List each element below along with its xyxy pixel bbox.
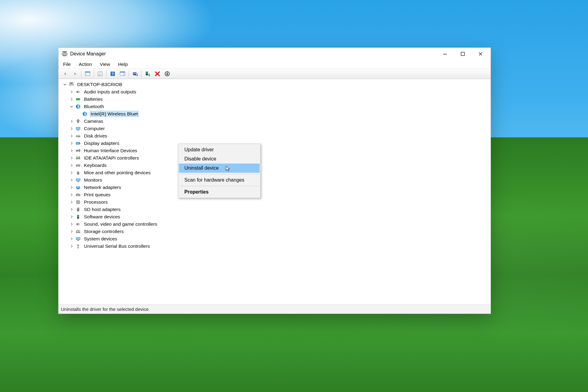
svg-rect-6 (461, 52, 465, 56)
ctx-disable-device[interactable]: Disable device (179, 154, 260, 164)
svg-rect-64 (77, 187, 80, 188)
chevron-right-icon[interactable] (69, 221, 74, 227)
toolbar-separator (106, 70, 107, 77)
chevron-right-icon[interactable] (69, 199, 74, 205)
tree-category-computer[interactable]: Computer (61, 125, 491, 132)
menu-view[interactable]: View (96, 60, 114, 68)
chevron-right-icon[interactable] (69, 185, 74, 190)
svg-rect-37 (77, 122, 79, 123)
toolbar-uninstall-device-button[interactable] (153, 70, 162, 78)
bluetooth-icon (75, 104, 81, 109)
tree-device-intel-bluetooth[interactable]: Intel(R) Wireless Bluet (61, 110, 491, 118)
svg-rect-84 (78, 208, 78, 209)
toolbar-scan-hardware-button[interactable] (130, 70, 140, 78)
toolbar-separator (129, 70, 129, 77)
tree-root[interactable]: DESKTOP-B3CRIOB (61, 81, 491, 88)
chevron-right-icon[interactable] (69, 148, 74, 153)
svg-rect-83 (77, 208, 78, 209)
svg-rect-57 (77, 166, 79, 166)
tree-category-keyboards[interactable]: Keyboards (61, 162, 491, 169)
svg-rect-47 (76, 150, 78, 152)
chevron-right-icon[interactable] (69, 207, 74, 212)
chevron-right-icon[interactable] (69, 119, 74, 124)
svg-rect-27 (70, 82, 73, 83)
toolbar-update-driver-button[interactable] (163, 70, 172, 78)
tree-category-batteries[interactable]: Batteries (61, 96, 491, 103)
tree-category-processors[interactable]: Processors (61, 198, 491, 206)
chevron-right-icon[interactable] (69, 163, 74, 168)
tree-category-print-queues[interactable]: Print queues (61, 191, 491, 198)
tree-label: System devices (83, 236, 118, 242)
svg-rect-3 (65, 53, 67, 55)
device-tree[interactable]: DESKTOP-B3CRIOB Audio inputs and outputs… (58, 79, 491, 304)
ctx-properties[interactable]: Properties (179, 187, 260, 197)
tree-category-ide[interactable]: IDE ATA/ATAPI controllers (61, 154, 491, 162)
chevron-down-icon[interactable] (69, 104, 74, 109)
svg-rect-31 (76, 98, 80, 100)
chevron-right-icon[interactable] (69, 236, 74, 242)
svg-rect-46 (80, 143, 80, 144)
tree-category-bluetooth[interactable]: Bluetooth (61, 103, 491, 110)
keyboard-icon (75, 163, 81, 168)
svg-rect-87 (77, 215, 79, 217)
computer-icon (68, 82, 74, 87)
minimize-button[interactable] (436, 48, 454, 60)
svg-rect-4 (63, 55, 67, 56)
toolbar-separator (81, 70, 81, 77)
tree-category-usb[interactable]: Universal Serial Bus controllers (61, 243, 491, 250)
device-context-menu: Update driver Disable device Uninstall d… (178, 144, 261, 198)
tree-category-disk-drives[interactable]: Disk drives (61, 132, 491, 140)
tree-category-sound[interactable]: Sound, video and game controllers (61, 221, 491, 228)
toolbar-action-panel-button[interactable] (118, 70, 127, 78)
toolbar-properties-button[interactable] (96, 70, 105, 78)
tree-label: Disk drives (83, 133, 108, 139)
camera-icon (75, 119, 81, 124)
toolbar-forward-button[interactable] (70, 70, 80, 78)
tree-label: Audio inputs and outputs (83, 89, 137, 95)
toolbar-show-hide-tree-button[interactable] (83, 70, 92, 78)
tree-category-cameras[interactable]: Cameras (61, 118, 491, 125)
tree-category-monitors[interactable]: Monitors (61, 176, 491, 184)
tree-category-display-adapters[interactable]: Display adapters (61, 140, 491, 147)
toolbar-enable-device-button[interactable] (143, 70, 152, 78)
speaker-icon (75, 221, 81, 227)
chevron-down-icon[interactable] (62, 82, 68, 87)
maximize-button[interactable] (454, 48, 472, 60)
svg-rect-92 (77, 240, 79, 241)
chevron-right-icon[interactable] (69, 170, 74, 175)
svg-rect-54 (77, 165, 78, 166)
tree-category-sd-host[interactable]: SD host adapters (61, 206, 491, 213)
svg-rect-18 (123, 73, 125, 75)
menu-action[interactable]: Action (75, 60, 96, 68)
titlebar[interactable]: Device Manager (58, 48, 491, 60)
close-button[interactable] (472, 48, 489, 60)
chevron-right-icon[interactable] (69, 141, 74, 146)
tree-category-system-devices[interactable]: System devices (61, 235, 491, 243)
chevron-right-icon[interactable] (69, 229, 74, 234)
chevron-right-icon[interactable] (69, 177, 74, 183)
svg-marker-95 (77, 244, 79, 245)
tree-category-mice[interactable]: Mice and other pointing devices (61, 169, 491, 176)
chevron-right-icon[interactable] (69, 126, 74, 131)
tree-category-audio[interactable]: Audio inputs and outputs (61, 88, 491, 96)
tree-category-software-devices[interactable]: Software devices (61, 213, 491, 221)
toolbar-help-button[interactable]: ? (108, 70, 117, 78)
menu-help[interactable]: Help (114, 60, 132, 68)
svg-rect-91 (76, 238, 80, 239)
chevron-right-icon[interactable] (69, 96, 74, 102)
chevron-right-icon[interactable] (69, 133, 74, 139)
menu-file[interactable]: File (59, 60, 75, 68)
toolbar-back-button[interactable] (61, 70, 70, 78)
ctx-scan-hardware[interactable]: Scan for hardware changes (179, 175, 260, 185)
chevron-right-icon[interactable] (69, 89, 74, 95)
chevron-right-icon[interactable] (69, 243, 74, 249)
tree-category-hid[interactable]: Human Interface Devices (61, 147, 491, 154)
ctx-uninstall-device[interactable]: Uninstall device (179, 164, 260, 173)
tree-category-storage-controllers[interactable]: Storage controllers (61, 228, 491, 235)
tree-category-network[interactable]: Network adapters (61, 184, 491, 191)
ctx-update-driver[interactable]: Update driver (179, 145, 260, 154)
chevron-right-icon[interactable] (69, 214, 74, 220)
chevron-right-icon[interactable] (69, 155, 74, 161)
svg-rect-68 (77, 195, 79, 197)
chevron-right-icon[interactable] (69, 192, 74, 198)
